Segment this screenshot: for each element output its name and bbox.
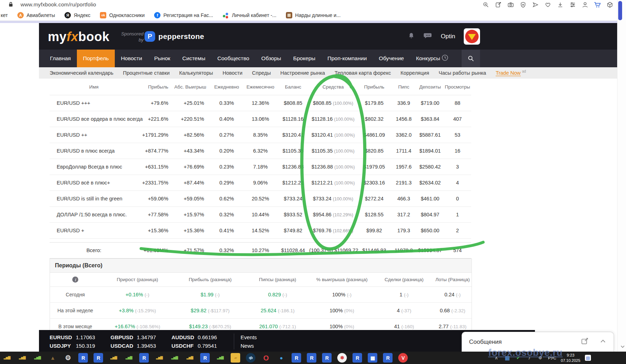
trade-now-link[interactable]: Trade Now bbox=[496, 70, 520, 76]
nav-item-5[interactable]: Сообщество bbox=[212, 50, 255, 67]
send-icon[interactable] bbox=[532, 1, 539, 8]
nav-item-2[interactable]: Новости bbox=[115, 50, 148, 67]
gear-icon[interactable]: ⚙ bbox=[63, 353, 73, 363]
scrollbar-thumb[interactable] bbox=[618, 1, 622, 20]
compose-icon[interactable] bbox=[581, 337, 589, 347]
column-header[interactable]: Средства bbox=[309, 79, 357, 95]
username-label[interactable]: Optin bbox=[441, 33, 455, 40]
notifications-bell-icon[interactable] bbox=[407, 32, 415, 41]
bookmark-overflow-label[interactable]: кет bbox=[1, 12, 8, 18]
vivaldi-icon[interactable]: V bbox=[398, 353, 408, 363]
nav-item-9[interactable]: Обучение bbox=[373, 50, 410, 67]
portfolio-name[interactable]: EUR/USD ++ bbox=[50, 127, 138, 143]
portfolio-name[interactable]: EUR/USD +++ bbox=[50, 95, 138, 111]
chart-green-icon[interactable]: ▂▅▇ bbox=[170, 353, 179, 363]
app-r-icon[interactable]: R bbox=[94, 353, 103, 363]
extension-cube-icon[interactable] bbox=[606, 1, 613, 8]
chart-gold-icon[interactable]: ▂▅▇ bbox=[2, 353, 12, 363]
bookmark-item[interactable]: Личный кабинет -... bbox=[222, 12, 276, 18]
subnav-item-6[interactable]: Тепловая карта форекс bbox=[334, 70, 391, 76]
profile-icon[interactable] bbox=[581, 1, 588, 8]
app-r-icon[interactable]: R bbox=[200, 353, 210, 363]
ticker-pair[interactable]: USDCAD1.39453 bbox=[111, 343, 165, 349]
portfolio-name[interactable]: EUR/USD в плюс всегда bbox=[50, 143, 138, 159]
column-header[interactable]: Баланс bbox=[277, 79, 309, 95]
bookmark-item[interactable]: ЯЯндекс bbox=[64, 12, 90, 18]
zoom-in-icon[interactable] bbox=[482, 1, 489, 8]
nav-item-0[interactable]: Главная bbox=[44, 50, 77, 67]
footer-link-events[interactable]: Events bbox=[241, 334, 257, 341]
app-r-icon[interactable]: R bbox=[139, 353, 149, 363]
peak-icon[interactable]: ▲ bbox=[48, 353, 57, 363]
screenshot-camera-icon[interactable] bbox=[507, 1, 514, 8]
scroll-down-icon[interactable] bbox=[621, 343, 625, 349]
app-r-icon[interactable]: R bbox=[78, 353, 88, 363]
myfxbook-logo[interactable]: myfxbook bbox=[48, 29, 109, 44]
subnav-item-4[interactable]: Спреды bbox=[252, 70, 271, 76]
bookmark-item[interactable]: ▦Нарды длинные и... bbox=[286, 12, 340, 18]
share-edit-icon[interactable] bbox=[495, 1, 502, 8]
chart-gold-icon[interactable]: ▂▅▇ bbox=[154, 353, 164, 363]
opera-icon[interactable]: O bbox=[261, 353, 271, 363]
bookmark-item[interactable]: fРегистрация на Fac... bbox=[154, 12, 213, 18]
subnav-item-8[interactable]: Часы работы рынка bbox=[439, 70, 486, 76]
nav-item-8[interactable]: Проп-компании bbox=[321, 50, 373, 67]
chat-icon[interactable] bbox=[424, 32, 432, 41]
avatar[interactable] bbox=[464, 28, 480, 45]
qb-icon[interactable]: qb bbox=[246, 353, 255, 363]
chart-gold-icon[interactable]: ▂▅▇ bbox=[17, 353, 27, 363]
download-icon[interactable] bbox=[557, 1, 564, 8]
reader-settings-icon[interactable] bbox=[569, 1, 576, 8]
nav-item-4[interactable]: Системы bbox=[176, 50, 212, 67]
subnav-item-5[interactable]: Настроение рынка bbox=[280, 70, 325, 76]
footer-link-news[interactable]: News bbox=[241, 342, 257, 349]
chart-gold-icon[interactable]: ▂▅▇ bbox=[109, 353, 118, 363]
nav-item-1[interactable]: Портфель bbox=[77, 50, 115, 67]
search-button[interactable] bbox=[462, 50, 480, 67]
app-r-icon[interactable]: R bbox=[353, 353, 362, 363]
nav-item-7[interactable]: Брокеры bbox=[287, 50, 322, 67]
portfolio-name[interactable]: EUR/USD is still in the green bbox=[50, 191, 138, 207]
ticker-pair[interactable]: USDJPY150.319 bbox=[50, 343, 104, 349]
column-header[interactable]: Пипс bbox=[391, 79, 416, 95]
app-r-icon[interactable]: R bbox=[383, 353, 393, 363]
clock-icon[interactable] bbox=[441, 54, 449, 63]
nav-item-6[interactable]: Обзоры bbox=[255, 50, 287, 67]
portfolio-name[interactable]: EUR/USD + bbox=[50, 223, 138, 239]
chevron-up-icon[interactable] bbox=[599, 338, 607, 346]
nav-item-3[interactable]: Рынок bbox=[148, 50, 176, 67]
drop-icon[interactable]: ● bbox=[276, 353, 286, 363]
subnav-item-0[interactable]: Экономический календарь bbox=[50, 70, 113, 76]
column-header[interactable]: Абс. Выигрыш bbox=[174, 79, 210, 95]
notification-center-icon[interactable]: ▤ bbox=[585, 355, 591, 361]
column-header[interactable]: Ежемесячно bbox=[243, 79, 277, 95]
column-header[interactable]: Прибыль bbox=[138, 79, 174, 95]
chart-gold-icon[interactable]: ▂▅▇ bbox=[185, 353, 194, 363]
favorites-heart-icon[interactable] bbox=[544, 1, 551, 8]
cart-icon[interactable] bbox=[594, 1, 601, 8]
folder-icon[interactable]: ▰ bbox=[231, 353, 240, 363]
column-header[interactable]: Депозиты bbox=[416, 79, 444, 95]
calculator-icon[interactable]: ▦ bbox=[368, 353, 377, 363]
column-header[interactable]: Прибыль bbox=[357, 79, 391, 95]
bookmark-item[interactable]: ААвиабилеты bbox=[17, 12, 55, 18]
chart-green-icon[interactable]: ▂▅▇ bbox=[215, 353, 225, 363]
clock-date[interactable]: 9:2307.10.2025 bbox=[561, 353, 580, 363]
column-header[interactable]: Имя bbox=[50, 79, 138, 95]
column-header[interactable]: Ежедневно bbox=[210, 79, 243, 95]
ticker-pair[interactable]: EURUSD1.17063 bbox=[50, 334, 104, 340]
portfolio-name[interactable]: ДОЛЛАР /1:50 всегда в плюс. bbox=[50, 207, 138, 223]
app-r-icon[interactable]: R bbox=[307, 353, 316, 363]
subnav-item-7[interactable]: Корреляция bbox=[400, 70, 429, 76]
flower-icon[interactable]: ✽ bbox=[337, 353, 347, 363]
subnav-item-1[interactable]: Процентные ставки bbox=[123, 70, 170, 76]
portfolio-name[interactable]: ЕвроДоллар Всегда в плюс bbox=[50, 159, 138, 175]
ticker-pair[interactable]: USDCHF0.79541 bbox=[171, 343, 226, 349]
info-icon[interactable]: i bbox=[72, 277, 78, 283]
subnav-item-3[interactable]: Новости bbox=[222, 70, 242, 76]
ticker-pair[interactable]: AUDUSD0.66196 bbox=[171, 334, 226, 340]
app-r-icon[interactable]: R bbox=[322, 353, 332, 363]
pepperstone-sponsor[interactable]: P pepperstone bbox=[145, 31, 204, 42]
portfolio-name[interactable]: EUR/USD все ордера в плюс всегда bbox=[50, 111, 138, 127]
chart-green-icon[interactable]: ▂▅▇ bbox=[124, 353, 134, 363]
